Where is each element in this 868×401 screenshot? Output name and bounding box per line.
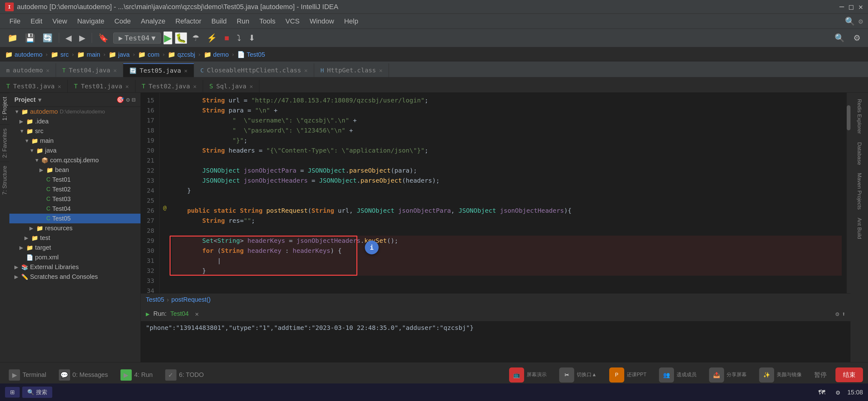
screen-show-btn[interactable]: 📺 屏幕演示 xyxy=(505,366,550,384)
settings-btn[interactable]: ⚙ xyxy=(851,32,863,44)
tab-autodemo[interactable]: m autodemo ✕ xyxy=(0,63,56,77)
tree-test03[interactable]: C Test03 xyxy=(9,194,141,204)
menu-edit[interactable]: Edit xyxy=(26,16,46,27)
menu-window[interactable]: Window xyxy=(305,16,338,27)
tree-resources[interactable]: ▶ 📁 resources xyxy=(9,223,141,233)
cb-postrequest[interactable]: postRequest() xyxy=(172,296,211,303)
redis-explorer-tab[interactable]: Redis Explorer xyxy=(855,95,864,138)
tab2-test01[interactable]: T Test01.java ✕ xyxy=(68,80,135,92)
sync-btn[interactable]: 🔄 xyxy=(40,32,55,44)
vtab-favorites[interactable]: 2: Favorites xyxy=(0,124,10,162)
terminal-tab[interactable]: ▶ Terminal xyxy=(5,368,50,382)
coverage-btn[interactable]: ☂ xyxy=(190,32,202,44)
taskbar-settings-icon[interactable]: ⚙ xyxy=(831,385,845,399)
scrollbar-thumb[interactable] xyxy=(847,105,850,130)
ant-build-tab[interactable]: Ant Build xyxy=(855,214,864,243)
menu-refactor[interactable]: Refactor xyxy=(171,16,206,27)
stop-btn[interactable]: ■ xyxy=(222,32,232,44)
tab2-sql-close[interactable]: ✕ xyxy=(249,83,253,90)
sidebar-locate-btn[interactable]: 🎯 xyxy=(116,96,124,104)
forward-btn[interactable]: ▶ xyxy=(77,32,88,44)
tree-idea[interactable]: ▶ 📁 .idea xyxy=(9,117,141,126)
maximize-button[interactable]: □ xyxy=(849,2,853,11)
tab-test05[interactable]: 🔄 Test05.java ✕ xyxy=(123,63,194,77)
tab2-test02[interactable]: T Test02.java ✕ xyxy=(135,80,203,92)
share-btn[interactable]: 📤 分享屏幕 xyxy=(705,366,750,384)
ppt-btn[interactable]: P 还课PPT xyxy=(606,366,650,384)
code-content[interactable]: String url = "http://47.108.153.47:18089… xyxy=(167,93,847,293)
toolbar-settings[interactable]: ⚙ xyxy=(859,17,863,26)
tab-httpget[interactable]: H HttpGet.class ✕ xyxy=(314,63,389,77)
menu-build[interactable]: Build xyxy=(207,16,231,27)
tree-src[interactable]: ▼ 📁 src xyxy=(9,126,141,136)
save-btn[interactable]: 💾 xyxy=(23,32,37,44)
end-btn[interactable]: 结束 xyxy=(835,368,863,382)
breadcrumb-test05[interactable]: 📄 Test05 xyxy=(237,51,265,58)
tab2-sql[interactable]: S Sql.java ✕ xyxy=(203,80,259,92)
run-button[interactable]: ▶ xyxy=(163,31,173,45)
taskbar-map-icon[interactable]: 🗺 xyxy=(815,385,829,399)
bookmark-btn[interactable]: 🔖 xyxy=(96,32,111,44)
menu-view[interactable]: View xyxy=(48,16,71,27)
toolbar-search-icon[interactable]: 🔍 xyxy=(845,17,855,26)
vtab-project[interactable]: 1: Project xyxy=(0,93,10,124)
run-expand-btn[interactable]: ⬆ xyxy=(842,310,845,318)
database-tab[interactable]: Database xyxy=(855,139,864,169)
tree-test05[interactable]: C Test05 xyxy=(9,214,141,223)
maven-projects-tab[interactable]: Maven Projects xyxy=(855,169,864,213)
breadcrumb-qzcsbj[interactable]: 📁 qzcsbj xyxy=(168,51,195,58)
back-btn[interactable]: ◀ xyxy=(63,32,74,44)
tree-pomxml[interactable]: 📄 pom.xml xyxy=(9,253,141,262)
tree-main[interactable]: ▼ 📁 main xyxy=(9,136,141,146)
tab-httpget-close[interactable]: ✕ xyxy=(379,67,383,74)
tab-closeablehttpclient-close[interactable]: ✕ xyxy=(304,67,308,74)
tree-package[interactable]: ▼ 📦 com.qzcsbj.demo xyxy=(9,155,141,165)
search-everywhere-btn[interactable]: 🔍 xyxy=(832,32,847,44)
tree-test[interactable]: ▶ 📁 test xyxy=(9,233,141,243)
menu-navigate[interactable]: Navigate xyxy=(73,16,109,27)
breadcrumb-autodemo[interactable]: 📁 autodemo xyxy=(5,51,42,58)
search-btn[interactable]: 🔍 搜索 xyxy=(22,386,52,398)
tab2-test01-close[interactable]: ✕ xyxy=(125,83,129,90)
menu-vcs[interactable]: VCS xyxy=(281,16,304,27)
todo-tab[interactable]: ✓ 6: TODO xyxy=(161,368,208,382)
tab2-test03[interactable]: T Test03.java ✕ xyxy=(0,80,68,92)
run-tab[interactable]: ▶ 4: Run xyxy=(117,368,156,382)
start-btn[interactable]: ⊞ xyxy=(5,387,20,398)
tree-java[interactable]: ▼ 📁 java xyxy=(9,146,141,155)
cb-test05[interactable]: Test05 xyxy=(146,296,164,303)
tree-test01[interactable]: C Test01 xyxy=(9,175,141,184)
sidebar-collapse-btn[interactable]: ⊟ xyxy=(132,96,135,104)
breadcrumb-java[interactable]: 📁 java xyxy=(108,51,129,58)
breadcrumb-main[interactable]: 📁 main xyxy=(77,51,100,58)
close-button[interactable]: ✕ xyxy=(859,2,863,11)
tree-test02[interactable]: C Test02 xyxy=(9,184,141,194)
beauty-btn[interactable]: ✨ 美颜与镜像 xyxy=(755,366,805,384)
menu-help[interactable]: Help xyxy=(340,16,363,27)
minimize-button[interactable]: ─ xyxy=(839,2,844,11)
menu-code[interactable]: Code xyxy=(110,16,135,27)
cut-screen-btn[interactable]: ✂ 切换口▲ xyxy=(555,366,600,384)
breadcrumb-demo[interactable]: 📁 demo xyxy=(204,51,229,58)
vertical-scrollbar[interactable] xyxy=(847,93,850,293)
tree-bean[interactable]: ▶ 📁 bean xyxy=(9,165,141,175)
tab-test05-close[interactable]: ✕ xyxy=(184,67,188,74)
menu-file[interactable]: File xyxy=(5,16,25,27)
pause-btn[interactable]: 暂停 xyxy=(810,369,831,381)
tree-target[interactable]: ▶ 📁 target xyxy=(9,243,141,253)
tab-test04[interactable]: T Test04.java ✕ xyxy=(56,63,123,77)
tab-closeablehttpclient[interactable]: C CloseableHttpClient.class ✕ xyxy=(194,63,314,77)
tab2-test02-close[interactable]: ✕ xyxy=(193,83,196,90)
open-folder-btn[interactable]: 📁 xyxy=(5,32,20,44)
menu-run[interactable]: Run xyxy=(232,16,253,27)
sidebar-settings-btn[interactable]: ⚙ xyxy=(126,96,130,104)
menu-tools[interactable]: Tools xyxy=(255,16,280,27)
breadcrumb-src[interactable]: 📁 src xyxy=(51,51,68,58)
tree-test04[interactable]: C Test04 xyxy=(9,204,141,214)
step-into-btn[interactable]: ⬇ xyxy=(246,32,258,44)
tab2-test03-close[interactable]: ✕ xyxy=(58,83,61,90)
tree-external-libraries[interactable]: ▶ 📚 External Libraries xyxy=(9,262,141,272)
tree-scratches[interactable]: ▶ ✏️ Scratches and Consoles xyxy=(9,272,141,282)
messages-tab[interactable]: 💬 0: Messages xyxy=(55,368,112,382)
run-config-selector[interactable]: ▶ Test04 ▼ xyxy=(113,33,161,44)
